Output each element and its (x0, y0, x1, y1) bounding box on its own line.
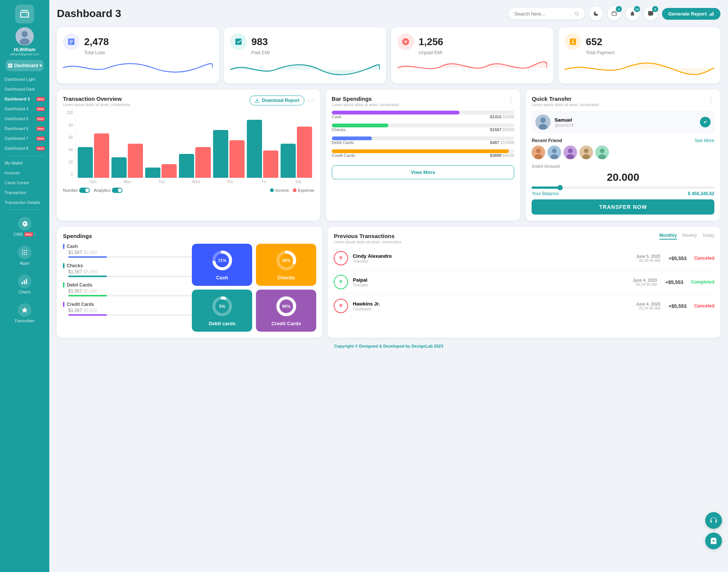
star-icon (21, 307, 28, 313)
bar-chart-icon (709, 11, 714, 16)
wallet-badge: 2 (616, 6, 622, 12)
transfer-user-row: Samuel @sam224 (532, 111, 714, 133)
wallet-btn[interactable]: 2 (607, 7, 621, 20)
friend-avatar-1[interactable] (532, 146, 545, 159)
message-btn[interactable]: 5 (644, 7, 657, 20)
transaction-row-3: Hawkins Jr. Cashback June 4, 2020 05:34:… (334, 294, 714, 318)
svg-point-8 (24, 250, 25, 251)
sidebar-item-dashboard-light[interactable]: Dashboard Light (0, 74, 49, 84)
theme-toggle-btn[interactable] (589, 7, 603, 20)
svg-point-11 (24, 252, 25, 253)
sidebar-item-dashboard5[interactable]: Dashboard 5New (0, 114, 49, 124)
transfer-check-icon (700, 117, 711, 127)
svg-rect-6 (10, 66, 12, 68)
transfer-now-btn[interactable]: TRANSFER NOW (532, 199, 714, 215)
bell-btn[interactable]: 12 (626, 7, 639, 20)
prev-trans-title: Previous Transactions (334, 233, 401, 239)
sidebar-item-dashboard3[interactable]: Dashboard 3New (0, 94, 49, 104)
generate-report-btn[interactable]: Generate Report (662, 8, 720, 20)
sidebar-divider (5, 155, 44, 156)
expense-dot (293, 188, 297, 192)
friend-avatar-2[interactable] (548, 146, 561, 159)
bar-spendings-title: Bar Spendings (332, 96, 399, 102)
svg-rect-21 (709, 14, 710, 16)
analytics-toggle-switch[interactable] (112, 188, 122, 193)
friend-avatar-4[interactable] (579, 146, 593, 159)
download-report-btn[interactable]: Download Report (249, 96, 304, 105)
svg-point-9 (26, 250, 27, 251)
search-box[interactable] (509, 8, 585, 19)
chart-legend: Number Analytics Income Expense (63, 188, 314, 193)
tab-monthly[interactable]: Monthly (659, 233, 677, 240)
donut-debit-chart: 5% (211, 295, 234, 318)
float-support-btn[interactable] (705, 512, 722, 529)
wallet-icon (19, 9, 30, 19)
stat-value-loan: 2,478 (84, 36, 109, 48)
sidebar-item-apps[interactable]: Apps (9, 242, 40, 269)
sidebar-item-charts[interactable]: Charts (9, 271, 40, 298)
chart-icon (21, 278, 28, 285)
sidebar-item-invoices[interactable]: Invoices (0, 168, 49, 178)
float-cart-btn[interactable] (705, 533, 722, 549)
gear-icon (21, 220, 28, 227)
svg-text:30%: 30% (282, 258, 290, 263)
sidebar-item-favourites[interactable]: Favourites (9, 299, 40, 327)
quick-transfer-more-icon[interactable]: ⋮ (708, 96, 714, 104)
svg-point-15 (26, 254, 27, 255)
stat-value-paid: 983 (251, 36, 268, 48)
svg-point-12 (26, 252, 27, 253)
svg-line-20 (578, 15, 579, 16)
trans-status-2: Completed (691, 279, 714, 285)
stat-card-total-payment: 652 Total Payment (559, 27, 720, 83)
svg-point-44 (600, 149, 604, 153)
stat-card-paid-emi: 983 Paid EMI (224, 27, 386, 83)
search-input[interactable] (514, 11, 571, 17)
trans-type-3: Cashback (353, 307, 380, 311)
sidebar-item-transaction[interactable]: Transaction (0, 188, 49, 197)
insert-amount-label: Insert Amount (532, 164, 714, 169)
sidebar-item-dashboard7[interactable]: Dashboard 7New (0, 133, 49, 143)
main-content: Dashboard 3 2 12 5 Generate Repo (49, 0, 728, 572)
tab-today[interactable]: Today (702, 233, 714, 240)
bar-chart-bars (75, 110, 314, 178)
sidebar-dashboard-btn[interactable]: Dashboard ▾ (6, 60, 44, 71)
search-icon (574, 11, 579, 17)
trans-icon-2 (334, 275, 348, 289)
sidebar-item-dashboard4[interactable]: Dashboard 4New (0, 104, 49, 114)
sidebar-item-transaction-details[interactable]: Transaction Details (0, 197, 49, 207)
bar-spendings-more-icon[interactable]: ⋮ (507, 96, 514, 104)
trans-date-2: June 4, 2020 05:34:45 AM (633, 278, 657, 287)
donut-debit-label: Debit cards (209, 321, 235, 326)
friend-avatar-5[interactable] (595, 146, 609, 159)
headset-icon (710, 517, 717, 524)
view-more-btn[interactable]: View More (332, 165, 515, 179)
grid-icon (8, 63, 13, 68)
trans-type-1: Transfer (353, 259, 392, 263)
sidebar-logo[interactable] (15, 5, 34, 24)
spending-list-checks: Checks $1,567 $5,000 (63, 263, 187, 277)
trans-status-1: Canceled (694, 255, 714, 261)
sidebar-item-dashboard-dark[interactable]: Dashboard Dark (0, 84, 49, 94)
sidebar-item-cards[interactable]: Cards Center (0, 178, 49, 188)
trans-name-1: Cindy Alexandro (353, 253, 392, 259)
sidebar-item-cms[interactable]: CMSNew › (9, 213, 40, 240)
unpaid-icon (402, 38, 410, 46)
wave-loan (63, 58, 213, 77)
amount-slider[interactable] (532, 186, 714, 189)
previous-transactions-card: Previous Transactions Lorem ipsum dolor … (328, 227, 720, 338)
see-more-btn[interactable]: See More (695, 138, 714, 143)
number-toggle-switch[interactable] (79, 188, 90, 193)
tab-weekly[interactable]: Weekly (682, 233, 697, 240)
sidebar-item-dashboard6[interactable]: Dashboard 6New (0, 124, 49, 133)
transaction-row-1: Cindy Alexandro Transfer June 5, 2020 05… (334, 246, 714, 270)
footer: Copyright © Designed & Developed by Dexi… (57, 344, 720, 348)
apps-icon (21, 249, 28, 256)
sidebar-item-dashboard8[interactable]: Dashboard 8New (0, 143, 49, 153)
trans-name-3: Hawkins Jr. (353, 301, 380, 307)
transfer-user-avatar (535, 114, 551, 130)
sidebar-item-wallet[interactable]: My Wallet (0, 158, 49, 168)
friend-avatar-3[interactable] (563, 146, 577, 159)
wallet-header-icon (611, 11, 617, 17)
x-axis-labels: Sun Mon Tue Wed Thu Fri Sat (63, 180, 314, 184)
more-options-icon[interactable]: ⋯ (308, 96, 314, 105)
